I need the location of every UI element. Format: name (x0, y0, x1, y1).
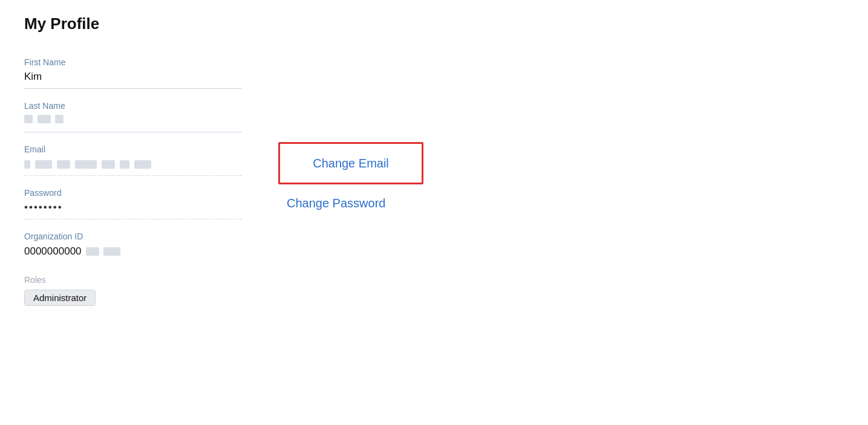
change-password-button[interactable]: Change Password (278, 196, 385, 210)
redacted-block (55, 115, 64, 123)
redacted-block (75, 160, 97, 169)
role-badge: Administrator (24, 290, 96, 306)
org-id-label: Organization ID (24, 232, 242, 241)
password-label: Password (24, 188, 242, 198)
last-name-label: Last Name (24, 101, 242, 111)
first-name-value: Kim (24, 71, 242, 89)
roles-label: Roles (24, 275, 242, 285)
org-id-text: 0000000000 (24, 245, 82, 258)
redacted-block (134, 160, 151, 169)
profile-fields: First Name Kim Last Name Email (24, 57, 242, 318)
redacted-block (102, 160, 115, 169)
redacted-block (120, 160, 129, 169)
redacted-block (86, 247, 99, 256)
first-name-group: First Name Kim (24, 57, 242, 89)
redacted-block (35, 160, 52, 169)
org-id-value: 0000000000 (24, 245, 242, 263)
password-value: •••••••• (24, 201, 242, 219)
change-email-button[interactable]: Change Email (278, 142, 423, 184)
org-id-group: Organization ID 0000000000 (24, 232, 242, 263)
email-label: Email (24, 144, 242, 154)
page-title: My Profile (24, 15, 844, 33)
first-name-label: First Name (24, 57, 242, 67)
last-name-group: Last Name (24, 101, 242, 132)
profile-layout: First Name Kim Last Name Email (24, 57, 844, 318)
redacted-block (38, 115, 51, 123)
actions-panel: Change Email Change Password (278, 57, 423, 210)
redacted-block (57, 160, 70, 169)
email-group: Email (24, 144, 242, 176)
last-name-value (24, 114, 242, 132)
redacted-block (103, 247, 120, 256)
roles-group: Roles Administrator (24, 275, 242, 306)
password-group: Password •••••••• (24, 188, 242, 219)
email-value (24, 158, 242, 176)
redacted-block (24, 115, 33, 123)
redacted-block (24, 160, 30, 169)
